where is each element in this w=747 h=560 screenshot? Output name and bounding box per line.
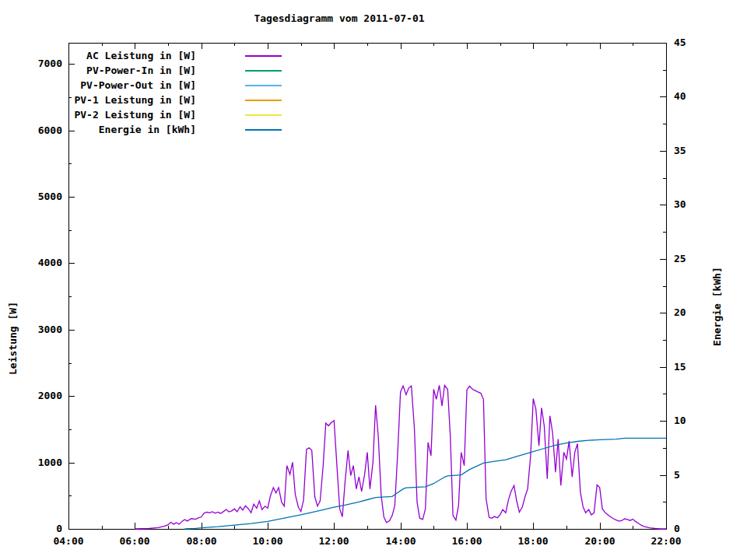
legend-line-sample-energie — [245, 129, 282, 131]
daily-pv-chart: Tagesdiagramm vom 2011-07-01 Leistung [W… — [0, 0, 747, 560]
y-left-tick-label: 6000 — [2, 124, 62, 136]
x-tick-label: 22:00 — [643, 535, 689, 547]
y-right-tick-label: 5 — [674, 469, 721, 481]
x-tick-label: 14:00 — [377, 535, 424, 547]
y-right-tick-label: 35 — [674, 145, 721, 156]
x-tick-label: 04:00 — [45, 535, 92, 547]
y-left-tick-label: 5000 — [2, 191, 62, 202]
y-left-tick-label: 4000 — [2, 257, 62, 268]
y-right-tick-label: 25 — [674, 253, 721, 264]
legend-row-energie: Energie in [kWh] — [68, 122, 282, 137]
y-left-tick-label: 0 — [2, 523, 62, 534]
legend-label-pv-power-in: PV-Power-In in [W] — [68, 65, 196, 76]
legend-row-pv2-leistung: PV-2 Leistung in [W] — [68, 107, 282, 122]
x-tick-label: 08:00 — [178, 535, 225, 547]
y-left-tick-label: 1000 — [2, 457, 62, 468]
x-tick-label: 10:00 — [244, 535, 291, 547]
legend-label-ac-leistung: AC Leistung in [W] — [68, 50, 196, 61]
legend-label-pv1-leistung: PV-1 Leistung in [W] — [68, 94, 196, 106]
legend-label-pv-power-out: PV-Power-Out in [W] — [68, 79, 196, 91]
legend-label-pv2-leistung: PV-2 Leistung in [W] — [68, 109, 196, 121]
y-right-tick-label: 20 — [674, 306, 721, 318]
x-tick-label: 06:00 — [111, 535, 158, 547]
y-right-tick-label: 40 — [674, 90, 721, 102]
y-right-tick-label: 10 — [674, 415, 721, 426]
legend-row-pv-power-out: PV-Power-Out in [W] — [68, 78, 282, 93]
legend-label-energie: Energie in [kWh] — [68, 124, 196, 135]
legend-line-sample-ac-leistung — [245, 55, 282, 57]
legend-row-pv-power-in: PV-Power-In in [W] — [68, 63, 282, 78]
legend-row-pv1-leistung: PV-1 Leistung in [W] — [68, 93, 282, 107]
legend: AC Leistung in [W] PV-Power-In in [W] PV… — [68, 48, 282, 137]
y-left-tick-label: 3000 — [2, 324, 62, 335]
legend-line-sample-pv1-leistung — [245, 100, 282, 101]
legend-line-sample-pv-power-in — [245, 70, 282, 72]
x-tick-label: 16:00 — [444, 535, 490, 547]
x-tick-label: 12:00 — [310, 535, 357, 547]
y-left-tick-label: 7000 — [2, 58, 62, 69]
y-left-tick-label: 2000 — [2, 390, 62, 401]
x-tick-label: 18:00 — [510, 535, 556, 547]
y-right-tick-label: 15 — [674, 361, 721, 373]
y-right-tick-label: 30 — [674, 198, 721, 210]
y-right-tick-label: 45 — [674, 37, 721, 48]
legend-line-sample-pv-power-out — [245, 85, 282, 86]
x-tick-label: 20:00 — [577, 535, 623, 547]
series-lines — [135, 385, 666, 529]
series-line-ac-leistung-in-w — [135, 385, 666, 529]
legend-row-ac-leistung: AC Leistung in [W] — [68, 48, 282, 63]
legend-line-sample-pv2-leistung — [245, 114, 282, 116]
series-line-energie-in-kwh — [184, 438, 666, 529]
y-right-tick-label: 0 — [674, 523, 721, 534]
